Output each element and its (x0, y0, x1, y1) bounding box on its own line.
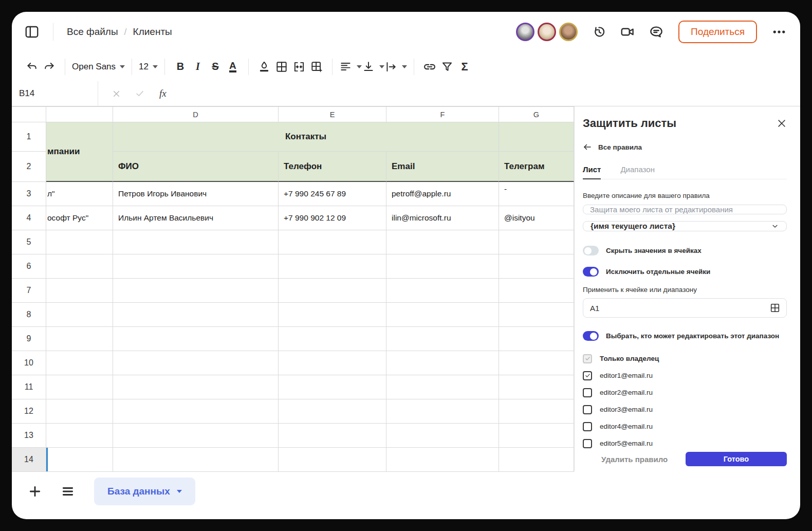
cell[interactable] (113, 254, 279, 279)
cell[interactable] (499, 254, 574, 279)
cell-email-header[interactable]: Email (386, 152, 499, 182)
row-header-4[interactable]: 4 (12, 206, 46, 230)
close-panel-button[interactable] (777, 118, 787, 129)
cell[interactable]: @isityou (499, 206, 574, 230)
row-header-13[interactable]: 13 (12, 424, 46, 448)
cell[interactable] (279, 448, 386, 472)
breadcrumb-all-files[interactable]: Все файлы (67, 26, 118, 38)
cell[interactable] (46, 351, 113, 375)
avatar[interactable] (559, 23, 578, 41)
vertical-align-select[interactable] (362, 58, 384, 76)
font-family-select[interactable]: Open Sans (72, 58, 125, 76)
merge-cells-button[interactable] (290, 58, 308, 76)
column-header[interactable] (46, 107, 113, 122)
cell[interactable] (499, 327, 574, 351)
done-button[interactable]: Готово (686, 452, 787, 466)
range-input[interactable] (583, 298, 787, 318)
cell[interactable] (499, 303, 574, 327)
editor-checkbox-row[interactable]: editor5@email.ru (583, 435, 787, 452)
column-header-f[interactable]: F (386, 107, 499, 122)
avatar[interactable] (516, 23, 534, 41)
checkbox-unchecked[interactable] (583, 405, 592, 414)
checkbox-checked[interactable] (583, 371, 592, 380)
sheet-tab-database[interactable]: База данных (94, 478, 195, 505)
more-menu-button[interactable] (771, 24, 787, 40)
row-header-6[interactable]: 6 (12, 254, 46, 279)
cell[interactable] (113, 303, 279, 327)
checkbox-unchecked[interactable] (583, 422, 592, 431)
cell[interactable] (386, 327, 499, 351)
grid-corner[interactable] (12, 107, 46, 122)
cell[interactable] (113, 230, 279, 254)
row-header-9[interactable]: 9 (12, 327, 46, 351)
video-call-button[interactable] (620, 24, 635, 40)
italic-button[interactable]: I (189, 58, 207, 76)
back-to-all-rules[interactable]: Все правила (583, 142, 787, 152)
cell[interactable] (279, 230, 386, 254)
cancel-entry-button[interactable] (112, 89, 121, 99)
cell-fio-header[interactable]: ФИО (113, 152, 279, 182)
row-header-12[interactable]: 12 (12, 399, 46, 424)
row-header-1[interactable]: 1 (12, 122, 46, 152)
cell[interactable] (499, 424, 574, 448)
cell[interactable] (113, 351, 279, 375)
bold-button[interactable]: B (172, 58, 189, 76)
who-can-edit-toggle-row[interactable]: Выбрать, кто может редактировать этот ди… (583, 331, 787, 341)
cell[interactable] (279, 375, 386, 399)
avatar[interactable] (538, 23, 556, 41)
exclude-cells-toggle-row[interactable]: Исключить отдельные ячейки (583, 267, 787, 277)
cell[interactable] (499, 399, 574, 424)
cell[interactable] (386, 424, 499, 448)
cell[interactable] (113, 448, 279, 472)
hide-values-toggle-row[interactable]: Скрыть значения в ячейках (583, 246, 787, 255)
row-header-8[interactable]: 8 (12, 303, 46, 327)
cell-style-button[interactable] (308, 58, 325, 76)
row-header-7[interactable]: 7 (12, 279, 46, 303)
share-button[interactable]: Поделиться (678, 21, 757, 43)
cell[interactable] (46, 448, 113, 472)
cell[interactable] (279, 351, 386, 375)
cell[interactable] (386, 303, 499, 327)
editor-checkbox-row[interactable]: editor3@email.ru (583, 401, 787, 418)
cell[interactable]: Ильин Артем Васильевич (113, 206, 279, 230)
cell[interactable] (386, 399, 499, 424)
cell[interactable]: Петров Игорь Иванович (113, 182, 279, 206)
cell[interactable] (499, 375, 574, 399)
undo-button[interactable] (23, 58, 41, 76)
fx-icon[interactable]: fx (159, 88, 167, 99)
horizontal-align-select[interactable] (339, 58, 362, 76)
checkbox-unchecked[interactable] (583, 439, 592, 448)
editor-checkbox-row[interactable]: editor4@email.ru (583, 418, 787, 435)
cell[interactable] (499, 351, 574, 375)
tab-range[interactable]: Диапазон (620, 165, 655, 179)
cell-telegram-header[interactable]: Телеграм (499, 152, 574, 182)
cell[interactable] (279, 254, 386, 279)
row-header-10[interactable]: 10 (12, 351, 46, 375)
sidebar-toggle-button[interactable] (24, 24, 40, 40)
cell[interactable]: л" (46, 182, 113, 206)
toggle-on[interactable] (583, 331, 599, 341)
confirm-entry-button[interactable] (135, 88, 145, 99)
cell[interactable] (46, 279, 113, 303)
row-header-5[interactable]: 5 (12, 230, 46, 254)
cell[interactable]: +7 990 902 12 09 (279, 206, 386, 230)
cell[interactable] (386, 230, 499, 254)
cell[interactable] (499, 230, 574, 254)
cell[interactable] (279, 327, 386, 351)
cell-company-header[interactable]: мпании (46, 122, 113, 182)
row-header-3[interactable]: 3 (12, 182, 46, 206)
cell[interactable] (113, 375, 279, 399)
cell[interactable] (386, 279, 499, 303)
insert-link-button[interactable] (421, 58, 438, 76)
borders-button[interactable] (273, 58, 290, 76)
text-direction-select[interactable] (384, 58, 407, 76)
text-color-button[interactable]: A (224, 58, 242, 76)
cell[interactable] (499, 279, 574, 303)
sheet-list-button[interactable] (61, 478, 75, 505)
sheet-name-select[interactable]: {имя текущего листа} (583, 221, 787, 231)
strikethrough-button[interactable]: S (207, 58, 224, 76)
cell[interactable]: petroff@apple.ru (386, 182, 499, 206)
font-size-select[interactable]: 12 (139, 58, 158, 76)
fill-color-button[interactable] (255, 58, 273, 76)
cell[interactable] (499, 448, 574, 472)
